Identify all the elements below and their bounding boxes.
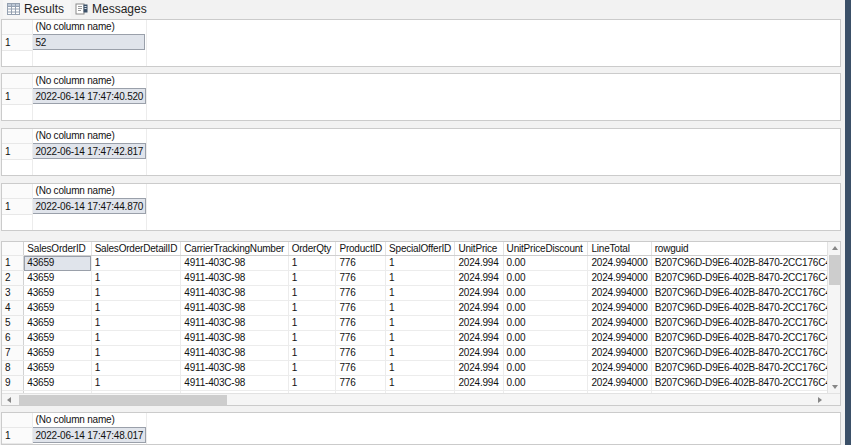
tab-messages[interactable]: Messages [71,0,154,18]
result-value-cell[interactable]: 2022-06-14 17:47:40.520 [32,88,146,104]
grid-cell[interactable]: 2024.994000 [588,376,651,391]
grid-cell[interactable]: B207C96D-D9E6-402B-8470-2CC176C42 [651,256,839,271]
column-header-no-column-name[interactable]: (No column name) [32,129,146,143]
horizontal-scrollbar[interactable] [2,393,840,405]
grid-cell[interactable]: 1 [288,346,336,361]
grid-cell[interactable]: B207C96D-D9E6-402B-8470-2CC176C42 [651,376,839,391]
result-value-cell[interactable]: 2022-06-14 17:47:44.870 [32,198,146,214]
grid-cell[interactable]: 2024.994000 [588,316,651,331]
grid-cell[interactable]: 4911-403C-98 [181,361,288,376]
grid-cell[interactable]: 1 [288,361,336,376]
select-all-corner[interactable] [2,413,32,427]
grid-cell[interactable]: 2024.994 [455,346,503,361]
tab-results[interactable]: Results [3,0,71,18]
vertical-scrollbar[interactable] [827,242,840,393]
grid-cell[interactable]: 0.00 [503,271,588,286]
scroll-up-button[interactable] [828,242,841,254]
grid-cell[interactable]: 43659 [24,286,91,301]
grid-cell[interactable]: 2024.994 [455,301,503,316]
row-number-cell[interactable]: 1 [2,198,32,214]
grid-cell[interactable]: 4911-403C-98 [181,346,288,361]
grid-cell[interactable]: 1 [91,331,181,346]
column-header-productid[interactable]: ProductID [336,242,386,256]
result-value-cell[interactable]: 2022-06-14 17:47:42.817 [32,143,146,159]
grid-cell[interactable]: 2024.994 [455,316,503,331]
grid-cell[interactable]: B207C96D-D9E6-402B-8470-2CC176C42 [651,316,839,331]
grid-cell[interactable]: B207C96D-D9E6-402B-8470-2CC176C42 [651,346,839,361]
grid-cell[interactable]: 776 [336,376,386,391]
grid-cell[interactable]: 1 [91,271,181,286]
column-header-no-column-name[interactable]: (No column name) [32,74,146,88]
grid-cell[interactable]: 2024.994000 [588,346,651,361]
grid-cell[interactable]: 4911-403C-98 [181,376,288,391]
grid-cell[interactable]: 0.00 [503,331,588,346]
grid-cell[interactable]: 0.00 [503,286,588,301]
grid-cell[interactable]: 1 [91,301,181,316]
grid-cell[interactable]: 2024.994000 [588,301,651,316]
grid-cell[interactable]: 776 [336,256,386,271]
grid-cell[interactable]: 776 [336,301,386,316]
grid-cell[interactable]: 43659 [24,316,91,331]
grid-cell[interactable]: 2024.994 [455,376,503,391]
grid-cell[interactable]: 4911-403C-98 [181,256,288,271]
select-all-corner[interactable] [2,242,24,256]
column-header-orderqty[interactable]: OrderQty [288,242,336,256]
grid-cell[interactable]: 0.00 [503,361,588,376]
grid-cell[interactable]: 4911-403C-98 [181,316,288,331]
grid-cell[interactable]: 43659 [24,331,91,346]
grid-cell[interactable]: 43659 [24,376,91,391]
grid-cell[interactable]: 0.00 [503,316,588,331]
column-header-no-column-name[interactable]: (No column name) [32,184,146,198]
grid-cell[interactable]: 43659 [24,361,91,376]
grid-cell[interactable]: 43659 [24,346,91,361]
grid-cell[interactable]: 776 [336,286,386,301]
result-value-cell[interactable]: 52 [32,34,145,50]
grid-cell[interactable]: B207C96D-D9E6-402B-8470-2CC176C42 [651,301,839,316]
row-number-cell[interactable]: 1 [2,88,32,104]
grid-cell[interactable]: B207C96D-D9E6-402B-8470-2CC176C42 [651,361,839,376]
grid-cell[interactable]: 776 [336,361,386,376]
grid-cell[interactable]: 0.00 [503,301,588,316]
row-number-cell[interactable]: 5 [2,316,24,331]
scroll-down-button[interactable] [828,381,841,393]
grid-cell[interactable]: 776 [336,316,386,331]
row-number-cell[interactable]: 4 [2,301,24,316]
column-header-no-column-name[interactable]: (No column name) [32,413,146,427]
column-header-rowguid[interactable]: rowguid [651,242,839,256]
row-number-cell[interactable]: 8 [2,361,24,376]
grid-cell[interactable]: 2024.994 [455,256,503,271]
grid-cell[interactable]: 1 [386,271,455,286]
grid-cell[interactable]: 43659 [24,301,91,316]
scroll-left-button[interactable] [2,394,15,406]
grid-cell[interactable]: 1 [288,286,336,301]
row-number-cell[interactable]: 1 [2,256,24,271]
grid-cell[interactable]: 1 [386,316,455,331]
grid-cell[interactable]: 2024.994 [455,331,503,346]
select-all-corner[interactable] [2,20,32,34]
grid-cell[interactable]: 1 [386,361,455,376]
grid-cell[interactable]: 2024.994 [455,361,503,376]
grid-cell[interactable]: 2024.994 [455,286,503,301]
grid-cell[interactable]: B207C96D-D9E6-402B-8470-2CC176C42 [651,331,839,346]
row-number-cell[interactable]: 9 [2,376,24,391]
grid-cell[interactable]: 1 [288,376,336,391]
horizontal-scroll-thumb[interactable] [19,395,227,405]
grid-cell[interactable]: B207C96D-D9E6-402B-8470-2CC176C42 [651,271,839,286]
grid-cell[interactable]: 1 [386,286,455,301]
grid-cell[interactable]: 1 [386,301,455,316]
grid-cell[interactable]: 0.00 [503,346,588,361]
row-number-cell[interactable]: 6 [2,331,24,346]
row-number-cell[interactable]: 3 [2,286,24,301]
column-header-unitpricediscount[interactable]: UnitPriceDiscount [503,242,588,256]
grid-cell[interactable]: 1 [91,376,181,391]
grid-cell[interactable]: 2024.994 [455,271,503,286]
column-header-specialofferid[interactable]: SpecialOfferID [386,242,455,256]
column-header-linetotal[interactable]: LineTotal [588,242,651,256]
grid-cell[interactable]: 2024.994000 [588,256,651,271]
grid-cell[interactable]: 1 [91,286,181,301]
column-header-no-column-name[interactable]: (No column name) [32,20,145,34]
row-number-cell[interactable]: 7 [2,346,24,361]
grid-cell[interactable]: 1 [288,331,336,346]
grid-cell[interactable]: 1 [288,256,336,271]
grid-cell[interactable]: 4911-403C-98 [181,286,288,301]
